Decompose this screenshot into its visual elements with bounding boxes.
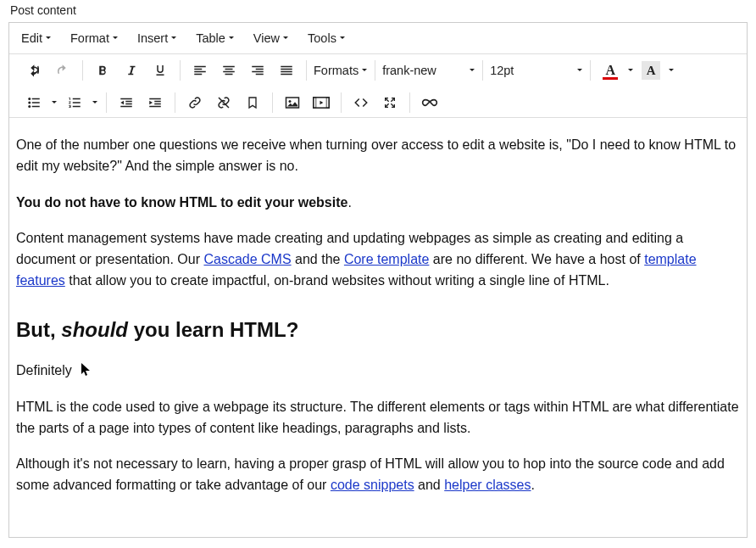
media-button[interactable] [307,90,336,115]
paragraph: One of the number one questions we recei… [16,135,740,177]
paragraph: HTML is the code used to give a webpage … [16,397,740,439]
text: . [531,478,535,492]
italic-text: should [61,318,128,341]
text: are no different. We have a host of [429,252,644,266]
link-icon [187,95,203,110]
menu-table-label: Table [196,31,225,45]
formats-select[interactable]: Formats [307,58,375,83]
fullscreen-button[interactable] [375,90,404,115]
fullscreen-icon [383,96,397,109]
bullet-list-button[interactable] [19,90,48,115]
field-label: Post content [10,3,748,17]
text: Definitely [16,363,72,377]
link-button[interactable] [181,90,209,115]
text-color-glyph: A [605,63,615,78]
caret-down-icon [92,99,98,106]
paragraph: Content management systems have made cre… [16,228,740,291]
permanent-pen-button[interactable] [415,90,444,115]
text-color-button[interactable]: A [596,58,625,83]
caret-down-icon [469,67,475,74]
svg-point-4 [289,100,292,103]
align-left-button[interactable] [186,58,214,83]
caret-down-icon [45,35,52,42]
paragraph: Definitely [16,361,740,382]
anchor-button[interactable] [238,90,267,115]
bullet-list-icon [26,95,42,110]
infinity-icon [421,98,438,108]
image-button[interactable] [278,90,307,115]
text-color-swatch [603,77,618,80]
outdent-icon [119,95,134,110]
outdent-button[interactable] [112,90,141,115]
underline-button[interactable] [146,58,175,83]
caret-down-icon [282,35,289,42]
italic-button[interactable] [117,58,146,83]
text-color-caret[interactable] [625,67,636,74]
unlink-button[interactable] [209,90,238,115]
redo-button[interactable] [48,58,77,83]
menu-format-label: Format [70,31,109,45]
source-code-button[interactable] [347,90,375,115]
numbered-list-caret[interactable] [89,99,101,106]
menu-format[interactable]: Format [65,28,124,48]
menubar: Edit Format Insert Table View [9,23,747,54]
menu-tools[interactable]: Tools [303,28,351,48]
text: and the [292,252,344,266]
italic-icon [124,63,139,78]
align-right-button[interactable] [243,58,272,83]
menu-insert-label: Insert [137,31,168,45]
link-core-template[interactable]: Core template [344,252,430,266]
menu-tools-label: Tools [308,31,336,45]
redo-icon [55,63,70,78]
caret-down-icon [112,35,119,42]
link-helper-classes[interactable]: helper classes [444,478,531,492]
undo-button[interactable] [19,58,48,83]
menu-table[interactable]: Table [191,28,240,48]
font-size-select[interactable]: 12pt [483,58,590,83]
caret-down-icon [170,35,177,42]
link-cascade-cms[interactable]: Cascade CMS [203,252,291,266]
caret-down-icon [51,99,58,106]
bullet-list-caret[interactable] [48,99,60,106]
text: But, [16,318,61,341]
code-icon [353,96,369,109]
formats-label: Formats [314,64,359,77]
underline-icon [153,63,168,78]
caret-down-icon [627,67,634,74]
paragraph: You do not have to know HTML to edit you… [16,193,740,214]
highlight-color-button[interactable]: A [636,58,665,83]
align-justify-button[interactable] [272,58,301,83]
menu-edit[interactable]: Edit [16,28,57,48]
paragraph: Although it's not necessary to learn, ha… [16,454,740,496]
highlight-color-caret[interactable] [665,67,677,74]
text: and [414,478,445,492]
bold-text: You do not have to know HTML to edit you… [16,195,347,210]
menu-view[interactable]: View [248,28,294,48]
caret-down-icon [576,67,583,74]
align-center-button[interactable] [214,58,243,83]
link-code-snippets[interactable]: code snippets [331,478,414,492]
svg-point-2 [28,105,31,108]
numbered-list-icon [67,95,82,110]
text: you learn HTML? [128,318,298,341]
unlink-icon [216,95,231,110]
indent-button[interactable] [141,90,170,115]
image-icon [285,96,300,109]
heading: But, should you learn HTML? [16,314,740,345]
menu-insert[interactable]: Insert [132,28,182,48]
menu-edit-label: Edit [21,31,42,45]
bold-button[interactable] [88,58,117,83]
align-left-icon [192,63,208,78]
undo-icon [26,63,42,78]
font-family-select[interactable]: frank-new [375,58,482,83]
font-family-value: frank-new [382,64,436,77]
bookmark-icon [246,95,259,110]
caret-down-icon [668,67,675,74]
caret-down-icon [361,67,368,74]
numbered-list-button[interactable] [60,90,89,115]
text: . [347,195,351,210]
editor-content[interactable]: One of the number one questions we recei… [9,118,747,537]
align-justify-icon [279,63,294,78]
bold-icon [95,63,110,78]
align-right-icon [250,63,265,78]
